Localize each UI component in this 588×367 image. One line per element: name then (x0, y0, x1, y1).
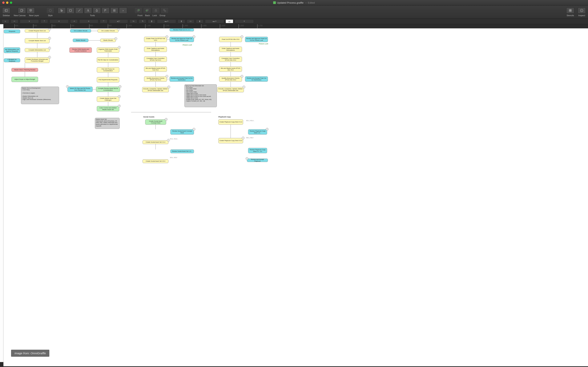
close-icon[interactable] (2, 1, 5, 4)
stencils-button[interactable] (566, 8, 574, 14)
node-review-raw[interactable]: Review RAW Assets and Provide Guidance (69, 47, 92, 53)
node-pull100[interactable]: Pull 100 Photos for Consideration (97, 67, 119, 73)
svg-rect-20 (165, 10, 166, 12)
note-master-asset[interactable]: Master Asset Set Total assets will be 50… (95, 118, 120, 129)
node-comp-review[interactable]: Compile Review Asset Set for Considerati… (96, 87, 120, 92)
node-review-social-concept[interactable]: Review Social Asset Concept Deck1 (170, 129, 194, 134)
node-review-playbook2[interactable]: Review Playbook Copy Deck 2.1, 2.2 (248, 148, 267, 153)
indent[interactable]: ⇥ (70, 19, 78, 23)
spacing[interactable]: ▾ (79, 19, 98, 23)
align-v[interactable]: ⤒ (40, 19, 48, 23)
node-onloc2[interactable]: On-Location Shoots1 (98, 29, 119, 33)
font-select[interactable]: ▾ (20, 19, 39, 23)
node-review-fc[interactable]: Review Final Cut 2.0, 2.1 (170, 28, 194, 31)
node-comp-deliv[interactable]: Compile Deliverables List1 (25, 48, 50, 52)
node-budgets[interactable]: o Budgets for Requests (4, 58, 20, 62)
ruler-vertical[interactable] (0, 28, 3, 362)
inspect-button[interactable] (578, 8, 586, 14)
back-button[interactable] (143, 8, 151, 14)
node-mix60-v5[interactable]: Mix and Master Audio EP101 60s V5.0 (219, 67, 242, 72)
node-master-cat[interactable]: Create Master Asset Set Catalogue1 (97, 97, 119, 102)
svg-rect-21 (569, 9, 570, 10)
minimize-icon[interactable] (6, 1, 9, 4)
node-studio1[interactable]: Studio Shoots (73, 39, 88, 42)
node-select25[interactable]: Select 25 Clips and 50 Photos from Revie… (68, 87, 93, 92)
node-pull50[interactable]: Pull 50 Clips for Consideration (97, 57, 119, 63)
text-align[interactable]: ⊤ (100, 19, 107, 23)
node-adjust[interactable]: Adjust Scope or Adjust Budget (11, 77, 38, 82)
node-captions[interactable]: Order Captions and Audio Descriptions (144, 47, 167, 52)
size-select[interactable]: ▾ (50, 19, 69, 23)
node-review-social-v1[interactable]: Review Social Asset Set 1.0... (170, 150, 194, 153)
front-button[interactable] (134, 8, 142, 14)
node-encode[interactable]: Encode, Compress, Upload, Deliver EP101 … (142, 87, 169, 92)
select-tool[interactable] (58, 8, 66, 14)
node-comp-shot[interactable]: Compile Master Shot List1 (25, 38, 50, 43)
canvas[interactable]: Requests Create Request Shot List1 Compi… (3, 28, 588, 366)
style-button[interactable] (46, 8, 54, 14)
document-icon (273, 1, 276, 4)
node-approve60-fc3[interactable]: Review and Approve Final Cut 3.0 for Pic… (245, 37, 268, 42)
new-canvas-button[interactable] (18, 8, 26, 14)
fill-1[interactable]: ▮ (148, 19, 156, 23)
node-approve-fc3[interactable]: Review and Approve Final Cut 3.0 for Pic… (170, 37, 194, 42)
align-h[interactable]: ⇤ (11, 19, 18, 23)
note-specs[interactable]: Specs for Final Deliverable Set: - 4K Pr… (184, 84, 217, 107)
node-color-correct[interactable]: Color Correct and Deliver Master Asset S… (97, 106, 119, 111)
shadow[interactable]: ▬ (225, 19, 233, 23)
node-encode60[interactable]: Encode, Compress, Upload, Deliver EP101 … (217, 87, 244, 92)
svg-rect-17 (146, 10, 147, 11)
node-social-v2[interactable]: Create Social Asset Set V2.0 (143, 159, 168, 163)
node-captions60[interactable]: Order Captions and Audio Descriptions (219, 47, 242, 52)
node-playbook-v2[interactable]: Create Playbook Copy Deck V2.01 (218, 138, 243, 143)
node-accept60-dist[interactable]: Review and Accept Final Cut for Distribu… (245, 76, 268, 82)
node-studio2[interactable]: Studio Shoots1 (100, 39, 116, 42)
flip-h[interactable]: ⇋ (130, 19, 137, 23)
node-master-review[interactable]: Master Deck / Planning Review (11, 68, 38, 72)
sidebar-button[interactable] (2, 8, 10, 14)
node-mix-v5[interactable]: Mix and Master Audio EP101 Full V5.0 (144, 67, 167, 72)
node-req-shot[interactable]: Create Request Shot List1 (25, 29, 50, 33)
node-review-playbook1[interactable]: Review Playbook Copy Deck 1.0...2 (248, 129, 267, 134)
node-social-v1[interactable]: Create Social Asset Set V1.01 (143, 140, 168, 144)
point-tool[interactable] (102, 8, 110, 14)
node-accept-dist[interactable]: Review and Accept Final Cut for Distribu… (170, 76, 194, 82)
node-deliv-list[interactable]: ate Deliverables List Against Requests (4, 47, 20, 53)
node-social-concept[interactable]: Create Social Asset Concept Deck2 (145, 119, 166, 125)
note-master-deck[interactable]: Master Deck at Development: • Core Story… (21, 87, 59, 104)
node-qa-v6[interactable]: Quality Assurance Checks EP101 Full V6.0… (144, 76, 167, 82)
end-select[interactable]: ▾ (235, 19, 254, 23)
node-requests[interactable]: Requests (4, 30, 20, 33)
node-org-raw[interactable]: Organize RAW Assets Order Transcripts1 (97, 47, 119, 53)
group-button[interactable] (161, 8, 169, 14)
zoom-icon[interactable] (10, 1, 12, 4)
tools-label: Tools (90, 14, 95, 17)
stroke-3[interactable]: ▮ (196, 19, 204, 23)
node-color60-v4[interactable]: Complete Color Correction EP101 60s V4.0 (219, 57, 242, 62)
fill-select[interactable]: ▬ ▾ (157, 19, 176, 23)
connector (37, 33, 37, 38)
text-tool[interactable]: A (84, 8, 92, 14)
rotation-field[interactable]: ● 0° (109, 19, 128, 23)
node-qa60-v6[interactable]: Quality Assurance Checks EP101 60s V6.01 (219, 76, 242, 82)
list-style[interactable]: ≡ (1, 19, 9, 23)
stroke-2[interactable]: ▭ (187, 19, 194, 23)
node-pull-dept[interactable]: Pull Departmental Requests (97, 77, 119, 83)
more-tools[interactable]: › (119, 8, 127, 14)
shape-tool[interactable] (67, 8, 75, 14)
grid-tool[interactable] (110, 8, 118, 14)
node-color-v4[interactable]: Complete Color Correction EP101 Full V4.… (144, 57, 167, 62)
pen-tool[interactable] (93, 8, 101, 14)
stroke-select[interactable]: ▬ ▾ (205, 19, 224, 23)
node-accept-playbook[interactable]: Review and Accept Playbook1 (247, 158, 268, 162)
node-onloc1[interactable]: On-Location Shoots (70, 29, 91, 33)
node-create-fc3[interactable]: Create Final Cut EP101 Full V3.01 (144, 37, 167, 42)
lock-button[interactable] (152, 8, 160, 14)
stroke-1[interactable]: ▮ (178, 19, 185, 23)
new-layer-button[interactable] (27, 8, 35, 14)
node-fc60-v3[interactable]: Final Cut EP101 60s V3.01 (219, 37, 242, 42)
node-workback[interactable]: Create Workback Schedule and Production … (25, 57, 50, 63)
flip-v[interactable]: ⇅ (139, 19, 146, 23)
line-tool[interactable] (75, 8, 83, 14)
node-playbook-v1[interactable]: Create Playbook Copy Deck V1.0 (218, 119, 243, 125)
